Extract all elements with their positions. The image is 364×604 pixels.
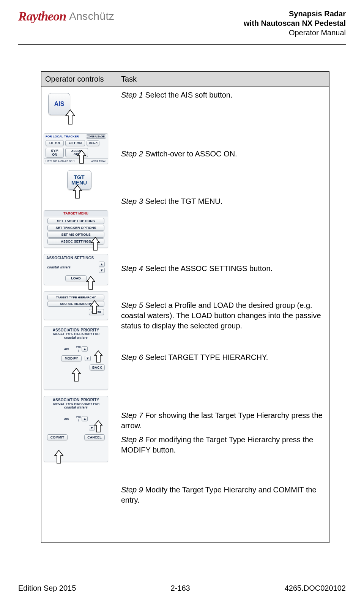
assoc-priority-title: ASSOCIATION PRIORITY [44, 396, 108, 402]
step-5-label: Step 5 [121, 301, 143, 309]
header-line2: with Nautoscan NX Pedestal [244, 19, 346, 28]
page-footer: Edition Sep 2015 2-163 4265.DOC020102 [0, 583, 364, 593]
utc-label: UTC 2014-08-26 09:1 [46, 159, 75, 163]
pointer-arrow-icon [71, 185, 84, 200]
pointer-arrow-icon [63, 109, 78, 126]
step-3: Step 3 Select the TGT MENU. [121, 196, 325, 207]
zone-usage-button[interactable]: ZONE USAGE [86, 134, 106, 139]
local-tracker-panel: FOR LOCAL TRACKER ZONE USAGE HL ON FILT … [44, 133, 108, 164]
modify-button[interactable]: MODIFY [61, 355, 82, 361]
tgt-menu-figure: TGT MENU [44, 170, 115, 204]
pointer-arrow-icon [93, 350, 104, 364]
footer-edition: Edition Sep 2015 [18, 584, 76, 593]
step-3-text: Select the TGT MENU. [143, 197, 222, 205]
step-2-label: Step 2 [121, 150, 143, 158]
pointer-arrow-icon [52, 449, 65, 465]
step-4: Step 4 Select the ASSOC SETTINGS button. [121, 263, 325, 274]
col-header-task: Task [117, 72, 329, 87]
filt-on-button[interactable]: FILT ON [65, 140, 85, 146]
cancel-button[interactable]: CANCEL [84, 434, 105, 440]
local-tracker-label: FOR LOCAL TRACKER [46, 135, 79, 138]
profile-down-button[interactable]: ▼ [99, 268, 105, 273]
priority-value: 1 [77, 419, 79, 422]
step-8: Step 8 For modifying the Target Type Hie… [121, 435, 325, 438]
priority-down-button[interactable]: ▼ [85, 356, 91, 361]
logo: Raytheon Anschütz [18, 9, 114, 24]
pointer-arrow-icon [88, 300, 101, 315]
tgt-menu-label: TGT MENU [68, 175, 91, 185]
assoc-priority-title: ASSOCIATION PRIORITY [44, 326, 108, 332]
ais-label: AIS [64, 417, 69, 421]
step-4-text: Select the ASSOC SETTINGS button. [143, 264, 273, 273]
step-1: Step 1 Select the AIS soft button. [121, 90, 325, 100]
steps-table: Operator controls Task AIS [41, 71, 329, 543]
step-7: Step 7 For showing the last Target Type … [121, 410, 325, 431]
step-1-text: Select the AIS soft button. [143, 91, 233, 99]
priority-value: 1 [77, 349, 79, 352]
set-target-options-button[interactable]: SET TARGET OPTIONS [47, 218, 104, 224]
tth-for-label: TARGET TYPE HIERARCHY FOR [44, 332, 108, 336]
association-priority-commit-panel: ASSOCIATION PRIORITY TARGET TYPE HIERARC… [44, 396, 108, 462]
pointer-arrow-icon [93, 420, 104, 434]
step-2: Step 2 Switch-over to ASSOC ON. [121, 149, 325, 159]
tth-for-label: TARGET TYPE HIERARCHY FOR [44, 402, 108, 405]
priority-up-button[interactable]: ▲ [82, 416, 88, 421]
header-title-block: Synapsis Radar with Nautoscan NX Pedesta… [244, 9, 346, 38]
step-9: Step 9 Modify the Target Type Hierarchy … [121, 485, 325, 505]
step-7-label: Step 7 [121, 411, 143, 419]
footer-page-number: 2-163 [170, 584, 190, 593]
profile-subtitle: coastal waters [44, 336, 108, 339]
func-button[interactable]: FUNC [87, 140, 99, 146]
logo-anschutz: Anschütz [69, 10, 114, 22]
step-9-text: Modify the Target Type Hierarchy and COM… [121, 486, 317, 504]
priority-label: PRI [76, 345, 81, 349]
profile-up-button[interactable]: ▲ [99, 262, 105, 267]
assoc-settings-title: ASSOCIATION SETTINGS [44, 254, 108, 260]
step-6-label: Step 6 [121, 353, 143, 361]
page-header: Raytheon Anschütz Synapsis Radar with Na… [18, 9, 346, 38]
logo-raytheon: Raytheon [18, 9, 66, 24]
target-menu-title: TARGET MENU [44, 211, 108, 216]
sym-on-button[interactable]: SYM ON [46, 148, 64, 158]
step-8-label: Step 8 [121, 435, 143, 444]
profile-name-label: coastal waters [47, 265, 71, 269]
step-4-label: Step 4 [121, 264, 143, 273]
pointer-arrow-icon [84, 276, 97, 291]
ais-soft-button-figure: AIS [44, 93, 115, 127]
step-2-text: Switch-over to ASSOC ON. [143, 150, 237, 158]
page: Raytheon Anschütz Synapsis Radar with Na… [0, 0, 364, 543]
step-5: Step 5 Select a Profile and LOAD the des… [121, 300, 325, 331]
ais-button-label: AIS [54, 101, 65, 107]
header-line3: Operator Manual [244, 28, 346, 38]
back-button[interactable]: BACK [90, 364, 105, 371]
hierarchy-selector-panel: TARGET TYPE HIERARCHY SOURCE HIERARCHY B… [44, 291, 108, 320]
header-line1: Synapsis Radar [244, 9, 346, 19]
col-header-operator-controls: Operator controls [41, 72, 117, 87]
priority-up-button[interactable]: ▲ [82, 346, 88, 352]
step-3-label: Step 3 [121, 197, 143, 205]
pointer-arrow-icon [75, 150, 88, 165]
association-priority-modify-panel: ASSOCIATION PRIORITY TARGET TYPE HIERARC… [44, 326, 108, 390]
priority-label: PRI [76, 415, 81, 419]
ais-label: AIS [64, 347, 69, 351]
step-6-text: Select TARGET TYPE HIERARCHY. [143, 353, 268, 361]
step-8-text: For modifying the Target Type Hierarchy … [121, 435, 313, 454]
content-area: Operator controls Task AIS [18, 45, 346, 543]
arpa-trial-label: ARPA TRIAL [91, 160, 106, 162]
hl-on-button[interactable]: HL ON [46, 140, 64, 146]
target-type-hierarchy-button[interactable]: TARGET TYPE HIERARCHY [47, 295, 104, 300]
footer-doc-id: 4265.DOC020102 [285, 584, 346, 593]
load-button[interactable]: LOAD [65, 275, 87, 281]
step-5-text: Select a Profile and LOAD the desired gr… [121, 301, 321, 330]
step-7-text: For showing the last Target Type Hierarc… [121, 411, 323, 430]
task-cell: Step 1 Select the AIS soft button. Step … [117, 87, 329, 543]
set-tracker-options-button[interactable]: SET TRACKER OPTIONS [47, 225, 104, 231]
target-menu-panel: TARGET MENU SET TARGET OPTIONS SET TRACK… [44, 210, 108, 248]
pointer-arrow-icon [89, 237, 102, 252]
association-settings-panel: ASSOCIATION SETTINGS coastal waters ▲ ▼ … [44, 254, 108, 285]
step-6: Step 6 Select TARGET TYPE HIERARCHY. [121, 352, 325, 363]
profile-subtitle: coastal waters [44, 405, 108, 409]
step-9-label: Step 9 [121, 486, 143, 494]
step-1-label: Step 1 [121, 91, 143, 99]
commit-button[interactable]: COMMIT [47, 434, 68, 440]
